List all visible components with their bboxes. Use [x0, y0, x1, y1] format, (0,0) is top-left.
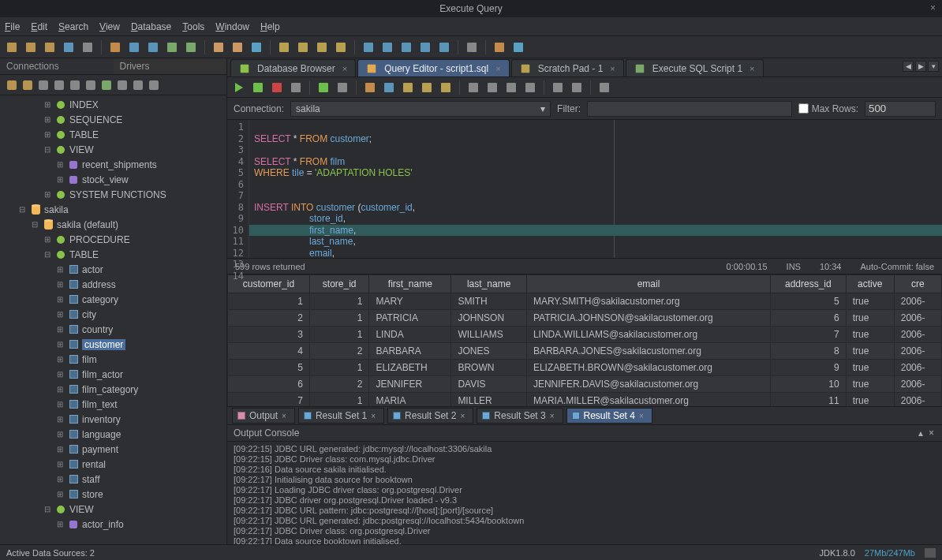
expand-icon[interactable]: ⊟ — [43, 250, 52, 259]
toolbar-btn-10[interactable] — [184, 40, 198, 54]
menu-database[interactable]: Database — [131, 21, 171, 32]
expand-icon[interactable]: ⊞ — [55, 160, 65, 169]
result-tab-result-set-3[interactable]: Result Set 3× — [477, 408, 563, 424]
editor-btn-20[interactable] — [570, 80, 584, 95]
editor-btn-1[interactable] — [251, 80, 265, 95]
table-row[interactable]: 31LINDAWILLIAMSLINDA.WILLIAMS@sakilacust… — [228, 327, 942, 343]
toolbar-btn-4[interactable] — [80, 40, 95, 54]
tree-node-view[interactable]: ⊟VIEW — [0, 502, 226, 517]
console-controls[interactable]: ▴ × — [918, 427, 936, 439]
col-address_id[interactable]: address_id — [771, 275, 847, 293]
toolbar-btn-7[interactable] — [127, 40, 141, 54]
gc-icon[interactable] — [925, 548, 936, 558]
toolbar-btn-27[interactable] — [465, 40, 479, 54]
expand-icon[interactable]: ⊞ — [55, 475, 65, 483]
tree-node-sakila-default-[interactable]: ⊟sakila (default) — [0, 217, 226, 232]
tree-node-payment[interactable]: ⊞payment — [0, 442, 226, 457]
tab-scratch-pad-1[interactable]: Scratch Pad - 1× — [511, 59, 624, 77]
editor-btn-15[interactable] — [485, 80, 499, 95]
toolbar-btn-3[interactable] — [62, 40, 76, 54]
expand-icon[interactable]: ⊞ — [55, 295, 65, 304]
editor-btn-12[interactable] — [439, 80, 453, 95]
conn-tool-8[interactable] — [133, 80, 144, 91]
menu-file[interactable]: File — [5, 21, 20, 32]
table-row[interactable]: 21PATRICIAJOHNSONPATRICIA.JOHNSON@sakila… — [228, 310, 942, 327]
code-area[interactable]: SELECT * FROM customer; SELECT * FROM fi… — [249, 120, 942, 258]
col-last_name[interactable]: last_name — [451, 275, 527, 293]
tree-node-actor[interactable]: ⊞actor — [0, 262, 226, 277]
tree-node-store[interactable]: ⊞store — [0, 487, 226, 502]
expand-icon[interactable]: ⊟ — [43, 505, 52, 513]
tree-node-country[interactable]: ⊞country — [0, 322, 226, 337]
expand-icon[interactable]: ⊟ — [30, 220, 39, 229]
expand-icon[interactable]: ⊞ — [55, 415, 65, 424]
toolbar-btn-23[interactable] — [399, 40, 413, 54]
conn-tool-2[interactable] — [38, 80, 49, 91]
col-cre[interactable]: cre — [894, 275, 941, 293]
connection-combo[interactable]: sakila ▾ — [290, 101, 551, 117]
editor-btn-19[interactable] — [551, 80, 565, 95]
close-icon[interactable]: × — [550, 412, 555, 420]
output-console[interactable]: [09:22:15] JDBC URL generated: jdbc:mysq… — [227, 442, 942, 544]
editor-btn-2[interactable] — [270, 80, 284, 95]
expand-icon[interactable]: ⊞ — [55, 520, 65, 528]
editor-btn-8[interactable] — [363, 80, 377, 95]
editor-btn-0[interactable] — [232, 80, 246, 95]
filter-input[interactable] — [587, 101, 792, 117]
expand-icon[interactable]: ⊞ — [55, 310, 65, 319]
conn-tool-9[interactable] — [148, 80, 159, 91]
result-tab-result-set-1[interactable]: Result Set 1× — [298, 408, 384, 424]
menu-window[interactable]: Window — [215, 21, 249, 32]
tab-execute-sql-script-1[interactable]: Execute SQL Script 1× — [626, 59, 764, 77]
tree-node-recent-shipments[interactable]: ⊞recent_shipments — [0, 157, 226, 172]
drivers-tab[interactable]: Drivers — [114, 58, 227, 74]
expand-icon[interactable]: ⊞ — [55, 355, 65, 364]
close-icon[interactable]: × — [342, 64, 347, 73]
conn-tool-0[interactable] — [6, 80, 17, 91]
tree-node-table[interactable]: ⊟TABLE — [0, 247, 226, 262]
editor-btn-6[interactable] — [335, 80, 350, 95]
toolbar-btn-19[interactable] — [334, 40, 348, 54]
menu-search[interactable]: Search — [58, 21, 88, 32]
toolbar-btn-17[interactable] — [296, 40, 310, 54]
connections-tree[interactable]: ⊞INDEX⊞SEQUENCE⊞TABLE⊟VIEW⊞recent_shipme… — [0, 95, 226, 544]
maxrows-check[interactable] — [798, 103, 809, 114]
expand-icon[interactable]: ⊞ — [55, 265, 65, 274]
toolbar-btn-14[interactable] — [249, 40, 264, 54]
expand-icon[interactable]: ⊞ — [55, 325, 65, 334]
close-icon[interactable]: × — [610, 64, 615, 73]
expand-icon[interactable]: ⊞ — [55, 430, 65, 439]
tree-node-customer[interactable]: ⊞customer — [0, 337, 226, 352]
tree-node-system-functions[interactable]: ⊞SYSTEM FUNCTIONS — [0, 187, 226, 202]
toolbar-btn-24[interactable] — [418, 40, 432, 54]
tree-node-city[interactable]: ⊞city — [0, 307, 226, 322]
connections-tab[interactable]: Connections — [0, 58, 114, 74]
editor-btn-16[interactable] — [504, 80, 518, 95]
tab-next-icon[interactable]: ▶ — [915, 61, 926, 72]
conn-tool-6[interactable] — [101, 80, 112, 91]
tree-node-table[interactable]: ⊞TABLE — [0, 127, 226, 142]
conn-tool-3[interactable] — [54, 80, 65, 91]
tab-database-browser[interactable]: Database Browser× — [230, 59, 356, 77]
toolbar-btn-0[interactable] — [5, 40, 19, 54]
editor-btn-9[interactable] — [382, 80, 396, 95]
tree-node-film-category[interactable]: ⊞film_category — [0, 382, 226, 397]
toolbar-btn-1[interactable] — [24, 40, 38, 54]
close-icon[interactable]: × — [930, 2, 936, 13]
tree-node-address[interactable]: ⊞address — [0, 277, 226, 292]
editor-btn-3[interactable] — [289, 80, 303, 95]
col-store_id[interactable]: store_id — [310, 275, 369, 293]
table-row[interactable]: 62JENNIFERDAVISJENNIFER.DAVIS@sakilacust… — [228, 376, 942, 393]
close-icon[interactable]: × — [639, 412, 644, 420]
tab-query-editor-script1-sql[interactable]: Query Editor - script1.sql× — [357, 59, 509, 77]
tree-node-view[interactable]: ⊟VIEW — [0, 142, 226, 157]
conn-tool-1[interactable] — [22, 80, 33, 91]
tree-node-rental[interactable]: ⊞rental — [0, 457, 226, 472]
col-first_name[interactable]: first_name — [369, 275, 451, 293]
tree-node-film-text[interactable]: ⊞film_text — [0, 397, 226, 412]
expand-icon[interactable]: ⊞ — [55, 460, 65, 469]
tab-prev-icon[interactable]: ◀ — [903, 61, 914, 72]
editor-btn-14[interactable] — [466, 80, 480, 95]
expand-icon[interactable]: ⊞ — [55, 280, 65, 289]
expand-icon[interactable]: ⊞ — [55, 445, 65, 454]
